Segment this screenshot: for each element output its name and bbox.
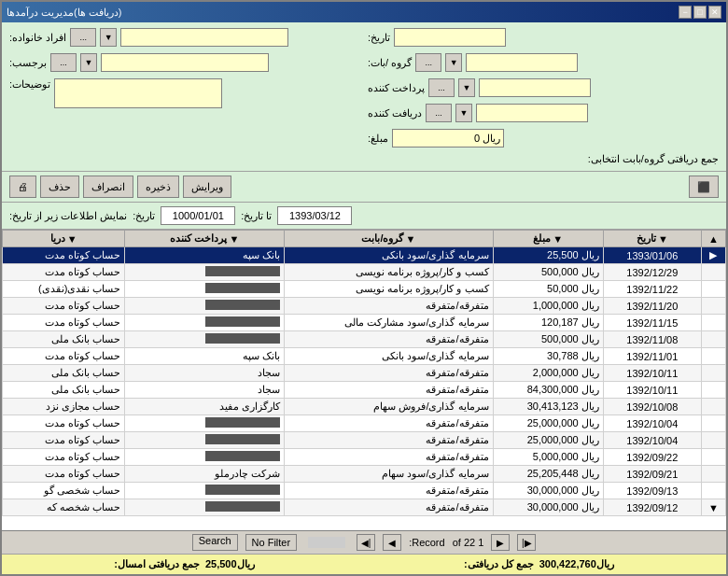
table-row[interactable]: 1392/10/04 ریال 25,000,000 متفرقه/متفرقه… bbox=[3, 432, 726, 449]
table-row[interactable]: ▶ 1393/01/06 ریال 25,500 سرمایه گذاری/سو… bbox=[3, 247, 726, 264]
edit-button[interactable]: ویرایش bbox=[183, 176, 231, 198]
row-group: متفرقه/متفرقه bbox=[285, 331, 493, 348]
date-to-label: تا تاریخ: bbox=[241, 210, 272, 222]
th-amount[interactable]: ▼مبلغ bbox=[493, 231, 603, 247]
table-row[interactable]: 1392/09/13 ریال 30,000,000 متفرقه/متفرقه… bbox=[3, 483, 726, 499]
date-from-input[interactable] bbox=[161, 206, 235, 225]
record-current: 1 of 22 bbox=[453, 537, 484, 548]
new-button[interactable]: ⬛ bbox=[689, 176, 719, 198]
nav-next-button[interactable]: ▶ bbox=[491, 534, 510, 551]
search-button[interactable]: Search bbox=[192, 534, 238, 551]
star-button[interactable]: 🖨 bbox=[9, 176, 36, 198]
afrad-input[interactable] bbox=[120, 28, 288, 47]
table-row[interactable]: 1392/11/22 ریال 50,000 کسب و کار/پروژه ب… bbox=[3, 281, 726, 298]
row-expand bbox=[701, 466, 725, 483]
row-group: کسب و کار/پروژه برنامه نویسی bbox=[285, 281, 493, 298]
row-payer bbox=[125, 432, 285, 449]
row-date: 1392/11/20 bbox=[603, 298, 701, 315]
daryaft-browse[interactable]: ... bbox=[426, 104, 452, 122]
row-group: سرمایه گذاری/سود مشارکت مالی bbox=[285, 315, 493, 331]
row-recv: حساب کوتاه مدت bbox=[3, 298, 125, 315]
edit-label: ویرایش bbox=[191, 181, 223, 193]
group-input[interactable] bbox=[466, 53, 578, 72]
table-row[interactable]: 1392/11/15 ریال 120,187 سرمایه گذاری/سود… bbox=[3, 315, 726, 331]
cancel-button[interactable]: انصراف bbox=[83, 176, 133, 198]
search-label: Search bbox=[199, 535, 231, 546]
footer-total-value: ریال300,422,760 bbox=[539, 558, 614, 570]
table-row[interactable]: 1392/10/11 ریال 2,000,000 متفرقه/متفرقه … bbox=[3, 365, 726, 382]
th-payer[interactable]: ▼پرداخت کننده bbox=[125, 231, 285, 247]
barjas-browse[interactable]: ... bbox=[50, 53, 77, 72]
title-bar: ✕ □ − (دریافت ها)مدیریت درآمدها bbox=[2, 2, 726, 22]
row-recv: حساب شخصه که bbox=[3, 499, 125, 516]
no-filter-button[interactable]: No Filter bbox=[245, 534, 298, 551]
table-row[interactable]: 1392/10/04 ریال 25,000,000 متفرقه/متفرقه… bbox=[3, 415, 726, 432]
row-payer bbox=[125, 264, 285, 281]
row-expand bbox=[701, 415, 725, 432]
row-expand: ▶ bbox=[701, 247, 725, 264]
table-row[interactable]: 1392/09/22 ریال 5,000,000 متفرقه/متفرقه … bbox=[3, 449, 726, 466]
nav-first-button[interactable]: |◀ bbox=[357, 534, 375, 551]
table-row[interactable]: 1392/09/21 ریال 25,205,448 سرمایه گذاری/… bbox=[3, 466, 726, 483]
row-date: 1392/11/01 bbox=[603, 348, 701, 365]
daryaft-label: دریافت کننده bbox=[368, 107, 422, 119]
table-row[interactable]: 1392/11/08 ریال 500,000 متفرقه/متفرقه حس… bbox=[3, 331, 726, 348]
table-row[interactable]: 1392/11/20 ریال 1,000,000 متفرقه/متفرقه … bbox=[3, 298, 726, 315]
row-amount: ریال 30,788 bbox=[493, 348, 603, 365]
delete-button[interactable]: حذف bbox=[40, 176, 79, 198]
star-icon: 🖨 bbox=[18, 181, 28, 192]
pardakht-browse[interactable]: ... bbox=[428, 78, 455, 97]
cancel-label: انصراف bbox=[91, 181, 125, 193]
save-button[interactable]: ذخیره bbox=[137, 176, 179, 198]
group-label: گروه /بات: bbox=[368, 57, 412, 69]
afrad-row: ▼ ... افراد خانواده: bbox=[9, 28, 288, 47]
table-row[interactable]: 1392/12/29 ریال 500,000 کسب و کار/پروژه … bbox=[3, 264, 726, 281]
afrad-browse[interactable]: ... bbox=[70, 28, 96, 47]
row-recv: حساب کوتاه مدت bbox=[3, 247, 125, 264]
nav-prev-button[interactable]: ◀ bbox=[383, 534, 401, 551]
footer: ریال300,422,760 جمع کل دریافتی: ریال25,5… bbox=[2, 554, 726, 574]
window-controls: ✕ □ − bbox=[679, 6, 721, 19]
daryaft-input[interactable] bbox=[476, 104, 588, 122]
row-recv: حساب کوتاه مدت bbox=[3, 432, 125, 449]
th-recv[interactable]: ▼دریا bbox=[3, 231, 125, 247]
data-table: ▲ ▼تاریخ ▼مبلغ ▼گروه/بابت ▼پرداخت کننده … bbox=[2, 230, 726, 516]
maximize-button[interactable]: □ bbox=[693, 6, 707, 19]
pardakht-dropdown[interactable]: ▼ bbox=[458, 78, 475, 97]
table-row[interactable]: 1392/10/11 ریال 84,300,000 متفرقه/متفرقه… bbox=[3, 382, 726, 399]
date-to-input[interactable] bbox=[277, 206, 352, 225]
row-date: 1392/09/22 bbox=[603, 449, 701, 466]
minimize-button[interactable]: − bbox=[679, 6, 692, 19]
row-group: سرمایه گذاری/فروش سهام bbox=[285, 399, 493, 415]
nav-last-button[interactable]: ▶| bbox=[517, 534, 536, 551]
table-row[interactable]: ▼ 1392/09/12 ریال 30,000,000 متفرقه/متفر… bbox=[3, 499, 726, 516]
date-from-label: تاریخ: bbox=[133, 210, 155, 222]
barjas-dropdown[interactable]: ▼ bbox=[80, 53, 97, 72]
pardakht-input[interactable] bbox=[479, 78, 591, 97]
th-date[interactable]: ▼تاریخ bbox=[603, 231, 701, 247]
table-row[interactable]: 1392/10/08 ریال 30,413,123 سرمایه گذاری/… bbox=[3, 399, 726, 415]
row-amount: ریال 25,000,000 bbox=[493, 432, 603, 449]
afrad-dropdown[interactable]: ▼ bbox=[100, 28, 117, 47]
afrad-label: افراد خانواده: bbox=[9, 32, 66, 44]
row-payer bbox=[125, 298, 285, 315]
tarikh-input[interactable] bbox=[394, 28, 506, 47]
pardakht-label: پرداخت کننده bbox=[368, 82, 425, 94]
data-table-container[interactable]: ▲ ▼تاریخ ▼مبلغ ▼گروه/بابت ▼پرداخت کننده … bbox=[2, 230, 726, 530]
th-group[interactable]: ▼گروه/بابت bbox=[285, 231, 493, 247]
daryaft-dropdown[interactable]: ▼ bbox=[455, 104, 472, 122]
th-expand[interactable]: ▲ bbox=[701, 231, 725, 247]
sum-selected-label: جمع دریافتی گروه/بابت انتخابی: bbox=[588, 153, 719, 164]
barjas-input[interactable] bbox=[101, 53, 269, 72]
table-row[interactable]: 1392/11/01 ریال 30,788 سرمایه گذاری/سود … bbox=[3, 348, 726, 365]
mablag-input[interactable] bbox=[392, 129, 504, 148]
toolbar: ⬛ ویرایش ذخیره انصراف حذف 🖨 bbox=[2, 172, 726, 203]
scroll-indicator bbox=[308, 537, 345, 548]
tarikh-label: تاریخ: bbox=[368, 32, 390, 44]
towzih-input[interactable] bbox=[54, 78, 222, 108]
close-button[interactable]: ✕ bbox=[708, 6, 721, 19]
group-dropdown[interactable]: ▼ bbox=[445, 53, 462, 72]
row-date: 1392/10/04 bbox=[603, 432, 701, 449]
row-recv: حساب کوتاه مدت bbox=[3, 264, 125, 281]
group-browse[interactable]: ... bbox=[415, 53, 441, 72]
